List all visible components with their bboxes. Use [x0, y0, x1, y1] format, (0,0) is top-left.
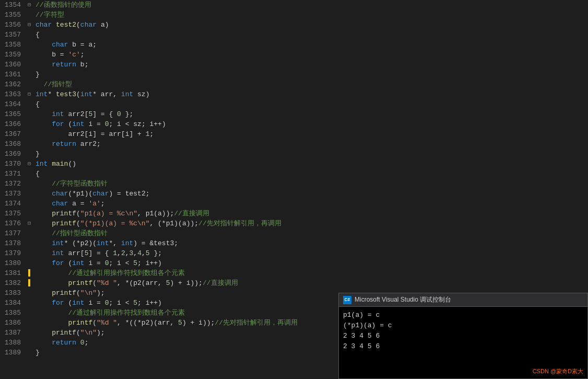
gutter-cell: ⊟ — [25, 20, 33, 30]
line-number: 1369 — [0, 149, 25, 159]
table-row: 1373 char(*p1)(char) = test2; — [0, 189, 588, 199]
gutter-cell — [25, 199, 33, 209]
line-number: 1357 — [0, 30, 25, 40]
table-row: 1367 arr2[i] = arr[i] + 1; — [0, 129, 588, 139]
table-row: 1360 return b; — [0, 60, 588, 70]
gutter-cell — [25, 298, 33, 308]
code-content: int* (*p2)(int*, int) = &test3; — [33, 238, 588, 248]
line-number: 1373 — [0, 189, 25, 199]
table-row: 1359 b = 'c'; — [0, 50, 588, 60]
table-row: 1379 int arr[5] = { 1,2,3,4,5 }; — [0, 248, 588, 258]
table-row: 1354⊟//函数指针的使用 — [0, 0, 588, 10]
console-body: p1(a) = c (*p1)(a) = c 2 3 4 5 6 2 3 4 5… — [339, 307, 587, 355]
table-row: 1368 return arr2; — [0, 139, 588, 149]
table-row: 1380 for (int i = 0; i < 5; i++) — [0, 258, 588, 268]
code-content: { — [33, 169, 588, 179]
table-row: 1356⊟char test2(char a) — [0, 20, 588, 30]
gutter-cell — [25, 79, 33, 89]
console-icon: C# — [343, 296, 351, 304]
code-content: int main() — [33, 159, 588, 169]
line-number: 1385 — [0, 308, 25, 318]
line-number: 1358 — [0, 40, 25, 50]
line-number: 1372 — [0, 179, 25, 189]
line-number: 1381 — [0, 268, 25, 278]
gutter-cell: ⊟ — [25, 0, 33, 10]
line-number: 1375 — [0, 209, 25, 219]
code-content: printf("p1(a) = %c\n", p1(a));//直接调用 — [33, 209, 588, 219]
console-output-3: 2 3 4 5 6 — [343, 331, 583, 341]
gutter-cell — [25, 119, 33, 129]
gutter-cell — [25, 179, 33, 189]
code-content: //字符型 — [33, 10, 588, 20]
line-number: 1382 — [0, 278, 25, 288]
table-row: 1371 { — [0, 169, 588, 179]
table-row: 1357 { — [0, 30, 588, 40]
line-number: 1365 — [0, 109, 25, 119]
line-number: 1374 — [0, 199, 25, 209]
line-number: 1371 — [0, 169, 25, 179]
gutter-cell — [25, 209, 33, 219]
line-number: 1360 — [0, 60, 25, 70]
table-row: 1376⊟ printf("(*p1)(a) = %c\n", (*p1)(a)… — [0, 219, 588, 228]
table-row: 1366 for (int i = 0; i < sz; i++) — [0, 119, 588, 129]
table-row: 1361 } — [0, 70, 588, 79]
line-number: 1388 — [0, 338, 25, 348]
gutter-cell — [25, 60, 33, 70]
line-number: 1389 — [0, 348, 25, 358]
line-number: 1380 — [0, 258, 25, 268]
line-number: 1364 — [0, 99, 25, 109]
code-content: return b; — [33, 60, 588, 70]
line-number: 1363 — [0, 89, 25, 99]
code-content: for (int i = 0; i < sz; i++) — [33, 119, 588, 129]
code-content: { — [33, 30, 588, 40]
code-content: int arr[5] = { 1,2,3,4,5 }; — [33, 248, 588, 258]
gutter-cell — [25, 318, 33, 328]
gutter-cell — [25, 278, 33, 288]
table-row: 1370⊟int main() — [0, 159, 588, 169]
gutter-cell — [25, 149, 33, 159]
table-row: 1374 char a = 'a'; — [0, 199, 588, 209]
console-overlay: C# Microsoft Visual Studio 调试控制台 p1(a) =… — [338, 293, 588, 379]
code-content: char b = a; — [33, 40, 588, 50]
gutter-cell — [25, 30, 33, 40]
line-number: 1378 — [0, 238, 25, 248]
line-number: 1368 — [0, 139, 25, 149]
line-number: 1362 — [0, 79, 25, 89]
code-content: //指针型函数指针 — [33, 228, 588, 238]
code-content: //指针型 — [33, 79, 588, 89]
line-number: 1387 — [0, 328, 25, 338]
line-number: 1370 — [0, 159, 25, 169]
gutter-cell — [25, 129, 33, 139]
table-row: 1355 //字符型 — [0, 10, 588, 20]
line-number: 1367 — [0, 129, 25, 139]
table-row: 1382 printf("%d ", *(p2(arr, 5) + i));//… — [0, 278, 588, 288]
line-number: 1377 — [0, 228, 25, 238]
gutter-cell — [25, 99, 33, 109]
gutter-cell — [25, 258, 33, 268]
line-number: 1354 — [0, 0, 25, 10]
console-title: Microsoft Visual Studio 调试控制台 — [355, 295, 451, 304]
gutter-cell — [25, 308, 33, 318]
editor-container: 1354⊟//函数指针的使用1355 //字符型1356⊟char test2(… — [0, 0, 588, 379]
code-content: b = 'c'; — [33, 50, 588, 60]
console-output-2: (*p1)(a) = c — [343, 320, 583, 331]
code-content: { — [33, 99, 588, 109]
code-content: } — [33, 149, 588, 159]
line-number: 1366 — [0, 119, 25, 129]
gutter-cell — [25, 189, 33, 199]
gutter-cell — [25, 50, 33, 60]
gutter-cell — [25, 70, 33, 79]
table-row: 1375 printf("p1(a) = %c\n", p1(a));//直接调… — [0, 209, 588, 219]
gutter-cell — [25, 40, 33, 50]
line-number: 1379 — [0, 248, 25, 258]
table-row: 1365 int arr2[5] = { 0 }; — [0, 109, 588, 119]
gutter-cell — [25, 139, 33, 149]
console-output-1: p1(a) = c — [343, 310, 583, 320]
gutter-cell — [25, 169, 33, 179]
code-content: printf("%d ", *(p2(arr, 5) + i));//直接调用 — [33, 278, 588, 288]
code-content: //函数指针的使用 — [33, 0, 588, 10]
console-watermark: CSDN @蒙奇D索大 — [533, 367, 583, 375]
table-row: 1369 } — [0, 149, 588, 159]
table-row: 1362 //指针型 — [0, 79, 588, 89]
gutter-cell: ⊟ — [25, 89, 33, 99]
